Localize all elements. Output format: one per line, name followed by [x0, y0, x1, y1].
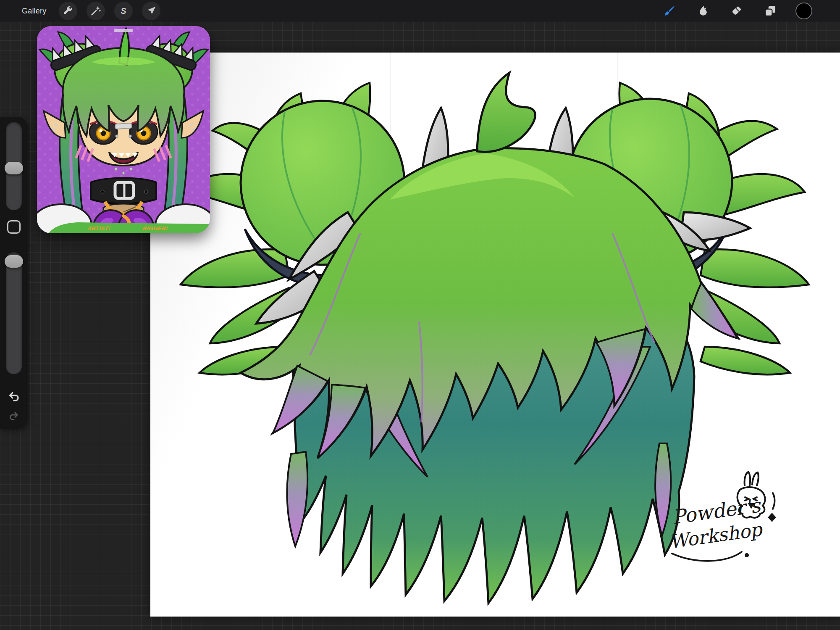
redo-button[interactable]	[6, 409, 22, 424]
reference-drag-handle[interactable]	[114, 29, 133, 32]
smudge-button[interactable]	[694, 2, 712, 20]
adjustments-magic-wand-icon	[90, 5, 101, 16]
layers-icon	[764, 5, 777, 17]
brush-size-slider[interactable]	[6, 122, 22, 210]
actions-wrench-icon	[63, 5, 74, 16]
actions-button[interactable]	[59, 2, 77, 20]
selection-button[interactable]: S	[114, 2, 133, 20]
opacity-slider[interactable]	[6, 252, 22, 374]
eraser-button[interactable]	[727, 2, 746, 20]
procreate-workspace: Powder's Workshop Gallery	[0, 0, 840, 630]
active-color-swatch	[795, 3, 812, 19]
paint-brush-icon	[663, 5, 676, 17]
top-toolbar: Gallery S	[0, 0, 840, 22]
reference-image-card[interactable]: ARTIST/ RIGGER/	[37, 26, 210, 233]
gallery-button[interactable]: Gallery	[18, 4, 50, 18]
paint-brush-button[interactable]	[660, 2, 679, 20]
reference-art-svg	[37, 26, 210, 233]
ref-nose-bandaid	[115, 123, 132, 129]
drawing-canvas[interactable]: Powder's Workshop	[150, 53, 840, 617]
ahoge-strand	[477, 73, 535, 152]
undo-button[interactable]	[6, 389, 22, 405]
smudge-icon	[697, 5, 709, 17]
transform-arrow-icon	[146, 5, 157, 16]
ref-banner	[49, 222, 210, 233]
hair-artwork-svg: Powder's Workshop	[150, 53, 840, 617]
undo-icon	[7, 391, 21, 403]
adjustments-button[interactable]	[87, 2, 105, 20]
artist-signature: Powder's Workshop	[668, 472, 775, 561]
color-button[interactable]	[795, 2, 813, 20]
ref-rigger-credit: RIGGER/	[143, 225, 168, 232]
eraser-icon	[730, 5, 743, 17]
brush-size-handle[interactable]	[5, 162, 23, 174]
ref-artist-credit: ARTIST/	[87, 225, 110, 232]
layers-button[interactable]	[761, 2, 780, 20]
transform-button[interactable]	[142, 2, 160, 20]
modify-button[interactable]	[7, 220, 21, 234]
brush-sidebar	[0, 117, 28, 429]
opacity-handle[interactable]	[5, 255, 23, 268]
svg-text:S: S	[121, 6, 126, 16]
selection-s-icon: S	[118, 5, 129, 16]
ref-collar	[91, 178, 156, 204]
redo-icon	[8, 411, 20, 422]
